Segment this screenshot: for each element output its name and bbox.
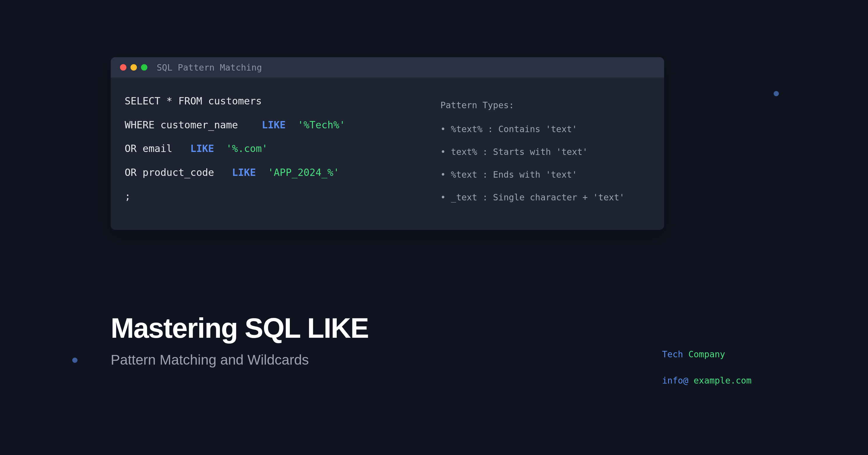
- maximize-icon: [141, 64, 147, 70]
- like-keyword: LIKE: [190, 143, 214, 154]
- code-line-2: WHERE customer_name LIKE '%Tech%': [125, 113, 423, 137]
- code-line-4: OR product_code LIKE 'APP_2024_%': [125, 161, 423, 184]
- pattern-item: • %text% : Contains 'text': [440, 118, 650, 141]
- pattern-item: • _text : Single character + 'text': [440, 186, 650, 209]
- string-literal: '%.com': [214, 143, 268, 154]
- code-line-3: OR email LIKE '%.com': [125, 137, 423, 161]
- decorative-dot: [72, 358, 78, 363]
- code-line-1: SELECT * FROM customers: [125, 89, 423, 113]
- close-icon: [120, 64, 126, 70]
- page-title: Mastering SQL LIKE: [111, 312, 369, 344]
- rest-text: example.com: [688, 375, 751, 386]
- pattern-item: • text% : Starts with 'text': [440, 141, 650, 163]
- like-keyword: LIKE: [262, 119, 286, 131]
- code-line-5: ;: [125, 184, 423, 208]
- patterns-section: Pattern Types: • %text% : Contains 'text…: [440, 89, 650, 209]
- string-literal: '%Tech%': [286, 119, 345, 131]
- string-literal: 'APP_2024_%': [256, 167, 339, 178]
- page-subtitle: Pattern Matching and Wildcards: [111, 352, 309, 368]
- example-block: Tech Company info@ example.com: [662, 341, 751, 394]
- pattern-item: • %text : Ends with 'text': [440, 163, 650, 186]
- rest-text: Company: [683, 349, 725, 359]
- example-line-1: Tech Company: [662, 341, 751, 368]
- like-keyword: LIKE: [232, 167, 256, 178]
- example-line-2: info@ example.com: [662, 368, 751, 394]
- match-text: Tech: [662, 349, 683, 359]
- match-text: info@: [662, 375, 688, 386]
- decorative-dot: [774, 91, 779, 96]
- window-body: SELECT * FROM customers WHERE customer_n…: [111, 78, 664, 230]
- minimize-icon: [130, 64, 137, 70]
- patterns-title: Pattern Types:: [440, 94, 650, 117]
- window-header: SQL Pattern Matching: [111, 57, 664, 78]
- window-title: SQL Pattern Matching: [157, 62, 262, 73]
- code-section: SELECT * FROM customers WHERE customer_n…: [125, 89, 423, 209]
- code-window: SQL Pattern Matching SELECT * FROM custo…: [111, 57, 664, 230]
